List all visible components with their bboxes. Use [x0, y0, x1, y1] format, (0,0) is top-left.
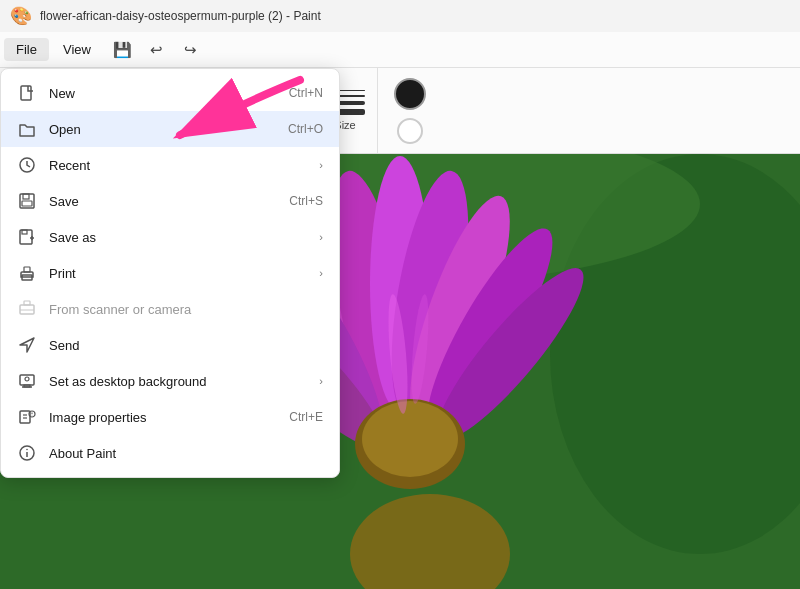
menu-item-open-shortcut: Ctrl+O [288, 122, 323, 136]
redo-button[interactable]: ↪ [177, 36, 205, 64]
menu-bar: File View 💾 ↩ ↪ [0, 32, 800, 68]
menu-item-new-label: New [49, 86, 277, 101]
new-icon [17, 83, 37, 103]
menu-item-image-props[interactable]: Image properties Ctrl+E [1, 399, 339, 435]
app-icon: 🎨 [10, 5, 32, 27]
open-icon [17, 119, 37, 139]
menu-item-save-as-arrow: › [319, 231, 323, 243]
menu-item-from-scanner-label: From scanner or camera [49, 302, 323, 317]
svg-point-41 [32, 415, 33, 416]
menu-item-recent-label: Recent [49, 158, 307, 173]
ribbon-color-section [382, 68, 438, 153]
color-secondary[interactable] [397, 118, 423, 144]
image-props-icon [17, 407, 37, 427]
menu-item-about[interactable]: About Paint [1, 435, 339, 471]
send-icon [17, 335, 37, 355]
svg-rect-22 [22, 201, 32, 206]
menu-item-save-label: Save [49, 194, 277, 209]
menu-item-print[interactable]: Print › [1, 255, 339, 291]
color-primary[interactable] [394, 78, 426, 110]
menu-item-print-arrow: › [319, 267, 323, 279]
menu-bar-icons: 💾 ↩ ↪ [109, 36, 205, 64]
about-icon [17, 443, 37, 463]
menu-item-from-scanner: From scanner or camera [1, 291, 339, 327]
menu-item-about-label: About Paint [49, 446, 323, 461]
svg-point-35 [25, 377, 29, 381]
scanner-icon [17, 299, 37, 319]
menu-item-recent-arrow: › [319, 159, 323, 171]
menu-item-save-as-label: Save as [49, 230, 307, 245]
svg-rect-36 [20, 411, 30, 423]
save-as-icon [17, 227, 37, 247]
svg-point-43 [26, 449, 28, 451]
menu-item-save[interactable]: Save Ctrl+S [1, 183, 339, 219]
menu-item-desktop-bg[interactable]: Set as desktop background › [1, 363, 339, 399]
menu-item-desktop-bg-label: Set as desktop background [49, 374, 307, 389]
save-button[interactable]: 💾 [109, 36, 137, 64]
menu-item-send-label: Send [49, 338, 323, 353]
title-bar-text: flower-african-daisy-osteospermum-purple… [40, 9, 321, 23]
menu-file[interactable]: File [4, 38, 49, 61]
file-dropdown-menu: New Ctrl+N Open Ctrl+O Recent › Save Ctr… [0, 68, 340, 478]
svg-rect-18 [21, 86, 31, 100]
menu-item-open[interactable]: Open Ctrl+O [1, 111, 339, 147]
desktop-bg-icon [17, 371, 37, 391]
recent-icon [17, 155, 37, 175]
menu-item-desktop-bg-arrow: › [319, 375, 323, 387]
title-bar: 🎨 flower-african-daisy-osteospermum-purp… [0, 0, 800, 32]
menu-item-send[interactable]: Send [1, 327, 339, 363]
menu-item-save-shortcut: Ctrl+S [289, 194, 323, 208]
menu-view[interactable]: View [51, 38, 103, 61]
menu-item-print-label: Print [49, 266, 307, 281]
menu-item-new[interactable]: New Ctrl+N [1, 75, 339, 111]
menu-item-image-props-shortcut: Ctrl+E [289, 410, 323, 424]
menu-item-save-as[interactable]: Save as › [1, 219, 339, 255]
menu-item-new-shortcut: Ctrl+N [289, 86, 323, 100]
menu-item-image-props-label: Image properties [49, 410, 277, 425]
menu-item-open-label: Open [49, 122, 276, 137]
save-menu-icon [17, 191, 37, 211]
svg-point-15 [362, 401, 458, 477]
menu-item-recent[interactable]: Recent › [1, 147, 339, 183]
print-icon [17, 263, 37, 283]
undo-button[interactable]: ↩ [143, 36, 171, 64]
